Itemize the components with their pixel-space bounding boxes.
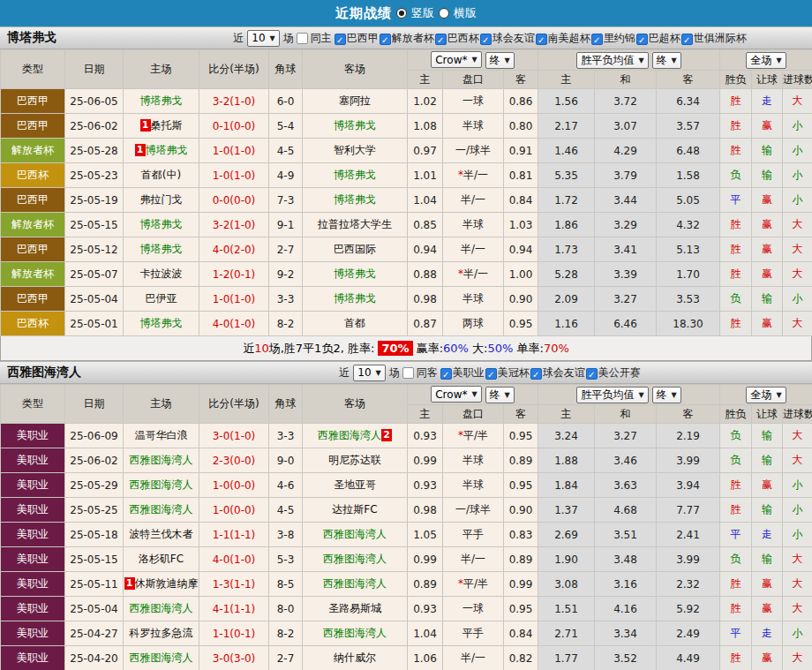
score-cell: 0-0(0-0)	[199, 188, 269, 213]
near-label: 近	[339, 365, 350, 380]
col-avg-draw: 和	[595, 71, 657, 89]
competition-checkbox[interactable]: ✓	[681, 34, 693, 45]
crow-final-select[interactable]: 终▼	[485, 387, 515, 403]
competition-checkbox[interactable]: ✓	[636, 34, 648, 45]
avg-home-odds: 5.35	[538, 163, 595, 188]
red-number-badge: 1	[135, 144, 146, 156]
avg-final-select[interactable]: 终▼	[652, 387, 681, 403]
competition-cell: 巴西甲	[1, 287, 65, 312]
date-cell: 25-05-07	[65, 262, 124, 287]
crow-handicap: 半球	[443, 213, 504, 237]
result-wdl: 平	[720, 188, 752, 213]
fulltime-score: 1-1	[213, 628, 230, 640]
home-team-cell: 洛杉矶FC	[124, 547, 199, 572]
crow-away-odds: 0.95	[504, 473, 538, 498]
result-goals: 小	[783, 163, 812, 188]
halftime-score: (0-1)	[229, 628, 255, 640]
competition-cell: 解放者杯	[1, 213, 65, 237]
col-home: 主场	[124, 385, 199, 424]
red-number-badge: 1	[140, 119, 151, 132]
crow-final-select[interactable]: 终▼	[485, 52, 515, 69]
competition-checkbox[interactable]: ✓	[536, 34, 547, 45]
competition-checklist: ✓美职业✓美冠杯✓球会友谊✓美公开赛	[440, 365, 641, 380]
games-label: 场	[283, 31, 294, 46]
fulltime-score: 1-0	[213, 479, 230, 492]
competition-cell: 解放者杯	[1, 262, 65, 287]
fulltime-score: 1-0	[213, 169, 230, 182]
avg-final-select[interactable]: 终▼	[652, 52, 681, 69]
match-row: 巴西甲25-06-05博塔弗戈3-2(1-0)6-0塞阿拉1.02一球0.861…	[1, 89, 812, 114]
avg-draw-odds: 3.39	[595, 262, 657, 287]
col-crow-home: 主	[408, 405, 443, 424]
fullmatch-select[interactable]: 全场▼	[746, 52, 786, 69]
vertical-layout-radio[interactable]	[396, 8, 407, 19]
corner-cell: 9-0	[269, 448, 303, 473]
avg-draw-odds: 3.27	[595, 287, 657, 312]
date-cell: 25-04-27	[65, 621, 124, 646]
result-wdl: 胜	[720, 237, 752, 262]
competition-cell: 巴西甲	[1, 89, 65, 114]
competition-checkbox[interactable]: ✓	[335, 34, 346, 45]
result-goals: 大	[783, 213, 812, 237]
away-team-cell: 智利大学	[303, 139, 408, 163]
competition-checkbox[interactable]: ✓	[485, 368, 497, 380]
competition-checkbox[interactable]: ✓	[380, 34, 391, 45]
crow-home-odds: 1.06	[408, 646, 443, 670]
competition-checkbox[interactable]: ✓	[435, 34, 447, 45]
competition-cell: 美职业	[1, 523, 65, 547]
crow-away-odds: 1.00	[504, 262, 538, 287]
date-cell: 25-05-25	[65, 498, 124, 523]
crow-home-odds: 0.87	[408, 312, 443, 336]
away-team-cell: 首都	[303, 312, 408, 336]
chevron-down-icon: ▼	[638, 391, 643, 399]
halftime-score: (1-0)	[229, 145, 255, 157]
team-name-text: 首都	[344, 317, 365, 329]
same-venue-checkbox[interactable]	[402, 367, 414, 379]
fulltime-score: 4-0	[213, 553, 230, 566]
competition-checkbox[interactable]: ✓	[440, 368, 452, 380]
avg-draw-odds: 4.29	[595, 139, 657, 163]
avg-odds-select[interactable]: 胜平负均值▼	[576, 387, 648, 403]
team-name-text: 西雅图海湾人	[130, 602, 193, 614]
date-cell: 25-05-29	[65, 473, 124, 498]
crow-home-odds: 1.04	[408, 621, 443, 646]
team-name-text: 卡拉波波	[140, 267, 183, 280]
crow-home-odds: 0.93	[408, 473, 443, 498]
home-team-cell: 博塔弗戈	[124, 312, 199, 336]
crow-company-select[interactable]: Crow*▼	[431, 51, 481, 68]
crow-company-select[interactable]: Crow*▼	[431, 386, 481, 403]
recent-count-select[interactable]: 10▼	[247, 30, 279, 47]
horizontal-layout-radio[interactable]	[439, 8, 449, 19]
avg-away-odds: 1.70	[657, 262, 720, 287]
avg-home-odds: 2.09	[538, 287, 595, 312]
away-team-cell: 塞阿拉	[303, 89, 408, 114]
crow-away-odds: 0.81	[504, 163, 538, 188]
away-team-cell: 西雅图海湾人	[303, 523, 408, 547]
competition-label: 世俱洲际杯	[694, 32, 747, 44]
crow-home-odds: 1.04	[408, 188, 443, 213]
halftime-score: (1-0)	[229, 553, 255, 566]
avg-odds-select[interactable]: 胜平负均值▼	[576, 52, 648, 69]
fullmatch-select[interactable]: 全场▼	[746, 387, 786, 403]
avg-group-header: 胜平负均值▼终▼	[538, 385, 720, 405]
avg-away-odds: 3.57	[657, 114, 720, 139]
competition-checkbox[interactable]: ✓	[591, 34, 603, 45]
team-name-text: 西雅图海湾人	[130, 454, 193, 466]
recent-results-header: 近期战绩 竖版 横版	[0, 0, 812, 26]
score-cell: 1-0(1-0)	[199, 163, 269, 188]
result-wdl: 负	[720, 424, 752, 448]
competition-label: 南美超杯	[548, 32, 590, 44]
home-team-cell: 西雅图海湾人	[124, 448, 199, 473]
recent-count-select[interactable]: 10▼	[353, 365, 385, 381]
same-venue-checkbox[interactable]	[297, 33, 308, 44]
competition-checkbox[interactable]: ✓	[530, 368, 542, 380]
team-name-text: 塞阿拉	[339, 94, 371, 107]
competition-checkbox[interactable]: ✓	[480, 34, 492, 45]
section-1-filter-bar: 博塔弗戈 近 10▼ 场 同主 ✓巴西甲✓解放者杯✓巴西杯✓球会友谊✓南美超杯✓…	[0, 26, 812, 49]
crow-away-odds: 0.90	[504, 287, 538, 312]
competition-checkbox[interactable]: ✓	[586, 368, 598, 380]
halftime-score: (0-0)	[229, 455, 255, 467]
crow-handicap: 半/一	[443, 547, 504, 572]
match-row: 美职业25-06-02西雅图海湾人2-3(0-0)9-0明尼苏达联0.99半球0…	[1, 448, 812, 473]
team-name-text: 明尼苏达联	[328, 454, 381, 466]
